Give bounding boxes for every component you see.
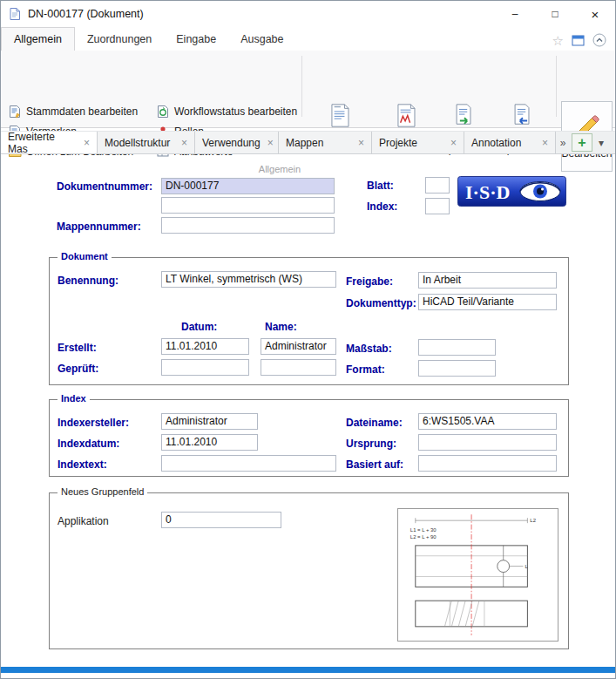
favorite-star-icon[interactable]: ☆ <box>552 34 564 47</box>
close-tab-icon[interactable]: × <box>358 137 364 149</box>
dokumentnummer-label: Dokumentnummer: <box>57 180 152 193</box>
massstab-field[interactable] <box>418 339 496 356</box>
ursprung-field[interactable] <box>418 434 557 451</box>
tab-list-dropdown-icon[interactable]: ▾ <box>594 132 608 153</box>
svg-text:L2: L2 <box>530 518 536 523</box>
file-export-icon <box>454 103 474 130</box>
note-documents-icon <box>329 103 350 131</box>
titlebar: DN-000177 (Dokument) – □ × <box>1 1 615 27</box>
indexdatum-field[interactable]: 11.01.2010 <box>161 434 258 451</box>
tab-mappen[interactable]: Mappen × <box>279 132 372 153</box>
ursprung-label: Ursprung: <box>346 438 396 450</box>
technical-drawing: L1 = L + 30 L2 = L + 90 L2 L <box>397 508 558 642</box>
isd-logo-text: I·S·D <box>465 181 510 203</box>
applikation-label: Applikation <box>58 515 109 527</box>
tab-erweiterte-maske[interactable]: Erweiterte Mas × <box>1 132 98 153</box>
indexdatum-label: Indexdatum: <box>58 438 119 450</box>
massstab-label: Maßstab: <box>346 343 392 355</box>
mappennummer-label: Mappennummer: <box>57 221 141 233</box>
datum-column-header: Datum: <box>181 321 217 333</box>
ribbon-tab-zuordnungen[interactable]: Zuordnungen <box>75 28 164 51</box>
erstellt-label: Erstellt: <box>58 342 97 354</box>
panel-icon[interactable] <box>572 34 585 47</box>
close-tab-icon[interactable]: × <box>84 137 90 149</box>
indexersteller-field[interactable]: Administrator <box>161 413 258 430</box>
indextext-label: Indextext: <box>58 458 107 471</box>
svg-text:L1 = L + 30: L1 = L + 30 <box>410 527 437 533</box>
basiert-auf-field[interactable] <box>418 455 557 472</box>
ribbon-tab-ausgabe[interactable]: Ausgabe <box>228 28 295 51</box>
maximize-button[interactable]: □ <box>535 1 575 27</box>
erstellt-datum-field[interactable]: 11.01.2010 <box>161 338 249 355</box>
close-button[interactable]: × <box>575 1 615 27</box>
dokumenttyp-label: Dokumenttyp: <box>346 297 416 309</box>
close-tab-icon[interactable]: × <box>450 137 457 149</box>
window-title: DN-000177 (Dokument) <box>28 8 144 20</box>
gruppenfeld-group-legend: Neues Gruppenfeld <box>58 486 147 497</box>
ribbon-body: Stammdaten bearbeiten Vormerken Öffnen z… <box>1 51 615 128</box>
stammdaten-bearbeiten-button[interactable]: Stammdaten bearbeiten <box>8 105 138 119</box>
applikation-field[interactable]: 0 <box>161 512 281 528</box>
blatt-label: Blatt: <box>367 180 394 192</box>
name-column-header: Name: <box>265 321 297 333</box>
erstellt-name-field[interactable]: Administrator <box>261 338 336 355</box>
markup-icon <box>396 103 416 131</box>
ribbon-separator <box>301 56 302 117</box>
indextext-field[interactable] <box>161 455 336 472</box>
close-tab-icon[interactable]: × <box>181 137 187 149</box>
tab-verwendung[interactable]: Verwendung × <box>195 132 279 153</box>
dateiname-field[interactable]: 6:WS1505.VAA <box>418 413 557 430</box>
svg-text:L2 = L + 90: L2 = L + 90 <box>410 534 437 540</box>
index-label: Index: <box>367 200 397 213</box>
window-bottom-accent <box>1 667 615 673</box>
dokumentnummer2-field[interactable] <box>161 197 335 214</box>
index-group-legend: Index <box>58 393 90 404</box>
index-field[interactable] <box>425 198 450 214</box>
dateiname-label: Dateiname: <box>346 417 403 429</box>
close-tab-icon[interactable]: × <box>542 137 548 149</box>
mappennummer-field[interactable] <box>161 217 335 234</box>
freigabe-field[interactable]: In Arbeit <box>418 272 557 289</box>
dokumentnummer-field[interactable]: DN-000177 <box>161 178 335 194</box>
geprueft-datum-field[interactable] <box>161 359 249 376</box>
add-tab-button[interactable]: + <box>572 133 592 152</box>
geprueft-label: Geprüft: <box>58 363 98 375</box>
workflow-status-icon <box>156 105 170 119</box>
tab-modellstruktur[interactable]: Modellstruktur × <box>98 132 195 153</box>
tab-annotation[interactable]: Annotation × <box>464 132 556 153</box>
ribbon-group-label: Allgemein <box>1 164 558 174</box>
tab-projekte[interactable]: Projekte × <box>372 132 464 153</box>
document-icon <box>8 7 22 21</box>
blatt-field[interactable] <box>425 177 450 194</box>
isd-logo: I·S·D <box>457 176 566 207</box>
format-field[interactable] <box>418 360 496 377</box>
indexersteller-label: Indexersteller: <box>58 417 129 429</box>
document-tab-strip: Erweiterte Mas × Modellstruktur × Verwen… <box>1 131 615 154</box>
dokument-group-legend: Dokument <box>58 251 112 261</box>
benennung-field[interactable]: LT Winkel, symmetrisch (WS) <box>161 271 336 288</box>
geprueft-name-field[interactable] <box>261 359 336 376</box>
file-import-icon <box>512 103 532 130</box>
close-tab-icon[interactable]: × <box>267 137 274 149</box>
ribbon-tab-row: Allgemein Zuordnungen Eingabe Ausgabe ☆ <box>1 27 615 51</box>
collapse-ribbon-icon[interactable] <box>592 33 606 47</box>
ribbon-tab-eingabe[interactable]: Eingabe <box>164 28 228 51</box>
dokumenttyp-field[interactable]: HiCAD Teil/Variante <box>418 294 557 310</box>
app-window: DN-000177 (Dokument) – □ × Allgemein Zuo… <box>0 0 616 679</box>
tab-overflow-icon[interactable]: » <box>556 132 570 153</box>
format-label: Format: <box>346 363 385 376</box>
ribbon-separator <box>556 56 557 117</box>
workflowstatus-bearbeiten-button[interactable]: Workflowstatus bearbeiten <box>156 105 297 119</box>
basiert-auf-label: Basiert auf: <box>346 458 403 471</box>
freigabe-label: Freigabe: <box>346 275 393 288</box>
benennung-label: Benennung: <box>58 275 118 287</box>
window-controls: – □ × <box>495 1 615 27</box>
edit-masterdata-icon <box>8 105 22 119</box>
minimize-button[interactable]: – <box>495 1 535 27</box>
ribbon-tab-allgemein[interactable]: Allgemein <box>1 27 75 51</box>
